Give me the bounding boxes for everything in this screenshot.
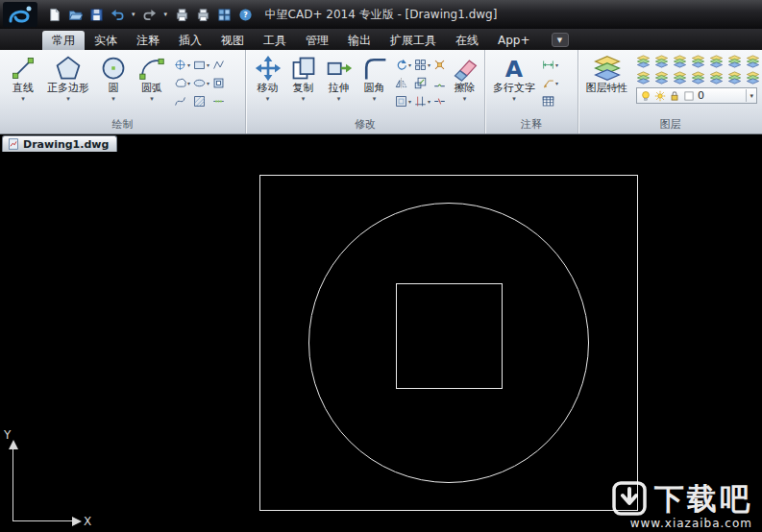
ribbon: 直线 ▾ 正多边形 ▾ 圆 ▾ 圆弧 ▾ ▾ ▾ ▾ ▾ [0,50,762,134]
tab-insert[interactable]: 插入 [169,31,211,50]
layer-state-icon[interactable] [691,71,705,85]
tab-express[interactable]: 扩展工具 [381,31,446,50]
region-tool[interactable] [212,76,225,89]
leader-icon [542,77,554,89]
redo-dropdown[interactable]: ▾ [162,11,170,18]
ellipse-tool[interactable]: ▾ [193,76,209,89]
document-tab-drawing1[interactable]: Drawing1.dwg [2,135,117,152]
layer-select[interactable]: 0 ▾ [636,87,757,104]
rotate-icon [395,59,407,71]
chevron-down-icon: ▼ [557,36,562,44]
current-layer-value: 0 [698,89,743,102]
layer-tool-row [636,55,760,68]
array-tool[interactable]: ▾ [414,58,430,71]
layer-state-icon[interactable] [727,71,742,85]
table-tool[interactable] [542,94,558,108]
redo-button[interactable] [141,7,159,23]
dimension-tool[interactable]: ▾ [542,58,558,71]
tab-annotate[interactable]: 注释 [127,31,169,50]
rectangle-tool[interactable]: ▾ [193,58,209,71]
plot-preview-button[interactable] [194,7,211,23]
quick-access-toolbar: ▾ ▾ [45,7,254,23]
save-button[interactable] [87,7,105,23]
layer-state-icon[interactable] [709,71,724,85]
tab-manage[interactable]: 管理 [296,31,338,50]
stretch-button[interactable]: 拉伸 ▾ [321,53,356,103]
region-icon [212,77,225,89]
ucs-x-axis [12,520,72,521]
layer-state-icon[interactable] [746,71,760,85]
join-tool[interactable] [433,76,446,89]
scale-icon [414,77,427,89]
undo-button[interactable] [109,7,126,23]
stretch-icon [326,55,353,82]
print-button[interactable] [173,7,190,23]
scale-tool[interactable] [414,76,430,89]
layer-properties-button[interactable]: 图层特性 [582,53,631,95]
chevron-down-icon: ▾ [512,95,516,103]
layer-state-icon[interactable] [654,71,669,85]
bulb-icon [640,90,651,102]
tab-solid[interactable]: 实体 [85,31,127,50]
layer-state-icon[interactable] [636,71,651,85]
copy-button[interactable]: 复制 ▾ [285,53,321,103]
help-icon [238,8,253,22]
help-button[interactable] [236,7,254,23]
leader-tool[interactable]: ▾ [542,76,558,89]
polyline-tool[interactable] [212,58,225,71]
chevron-down-icon: ▾ [555,80,558,86]
layer-state-icon[interactable] [673,55,687,68]
layer-state-icon[interactable] [691,55,705,68]
watermark-title: 下载吧 [654,481,752,516]
layer-state-icon[interactable] [636,55,651,68]
layer-state-icon[interactable] [727,55,742,68]
tab-output[interactable]: 输出 [338,31,381,50]
explode-tool[interactable] [433,58,446,71]
circle-label: 圆 [109,82,119,95]
rotate-tool[interactable]: ▾ [395,58,411,71]
fillet-button[interactable]: 圆角 ▾ [356,53,392,103]
drawing-canvas[interactable]: Y X 下载吧 www.xiazaiba.com [0,152,762,532]
erase-button[interactable]: 擦除 ▾ [447,53,482,103]
explode-icon [433,59,446,71]
chevron-down-icon: ▾ [66,95,70,103]
mtext-button[interactable]: 多行文字 ▾ [489,53,539,103]
divide-tool[interactable] [212,94,225,108]
layer-state-icon[interactable] [709,55,724,68]
line-button[interactable]: 直线 ▾ [4,53,42,103]
panel-annotate-label: 注释 [485,117,578,132]
tab-app-plus[interactable]: App+ [488,31,540,50]
open-button[interactable] [66,7,84,23]
arc-button[interactable]: 圆弧 ▾ [133,53,171,103]
layer-properties-label: 图层特性 [586,82,628,95]
undo-icon [111,8,125,22]
trim-tool[interactable]: ▾ [414,94,430,108]
ucs-y-arrowhead-icon [9,440,18,449]
trim-icon [414,95,427,108]
layer-state-icon[interactable] [746,55,760,68]
layer-state-icon[interactable] [654,55,669,68]
app-menu-logo[interactable] [3,2,37,27]
spline-tool[interactable] [174,94,190,108]
revcloud-tool[interactable]: ▾ [174,76,190,89]
offset-tool[interactable]: ▾ [395,94,411,108]
hatch-tool[interactable] [193,94,209,108]
break-tool[interactable] [433,94,446,108]
point-tool[interactable]: ▾ [174,58,190,71]
layer-state-icon[interactable] [673,71,687,85]
undo-dropdown[interactable]: ▾ [130,11,137,18]
new-button[interactable] [45,7,62,23]
publish-button[interactable] [215,7,233,23]
redo-icon [142,8,157,22]
inner-square-shape[interactable] [396,283,503,389]
ribbon-minimize-button[interactable]: ▼ [552,33,569,47]
ucs-x-arrowhead-icon [72,517,82,526]
polygon-button[interactable]: 正多边形 ▾ [42,53,94,103]
mirror-tool[interactable] [395,76,411,89]
circle-button[interactable]: 圆 ▾ [94,53,133,103]
tab-online[interactable]: 在线 [446,31,488,50]
tab-home[interactable]: 常用 [42,31,85,50]
move-button[interactable]: 移动 ▾ [250,53,285,103]
tab-tools[interactable]: 工具 [254,31,296,50]
tab-view[interactable]: 视图 [211,31,254,50]
